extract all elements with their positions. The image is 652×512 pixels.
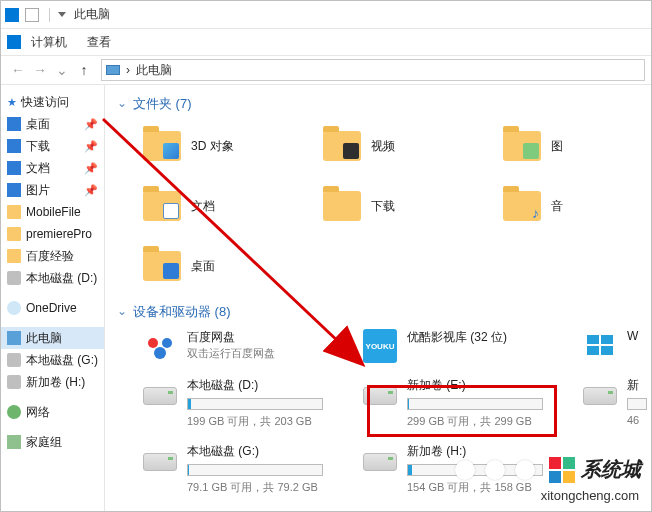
sidebar-label: 图片 xyxy=(26,182,50,199)
youku-icon: YOUKU xyxy=(363,329,397,363)
sidebar-homegroup[interactable]: 家庭组 xyxy=(1,431,104,453)
sidebar-item-downloads[interactable]: 下载 📌 xyxy=(1,135,104,157)
sidebar-item-mobilefile[interactable]: MobileFile xyxy=(1,201,104,223)
drive-w[interactable]: W xyxy=(553,329,647,363)
sidebar-label: OneDrive xyxy=(26,301,77,315)
drive-icon xyxy=(583,387,617,405)
drive-name: 百度网盘 xyxy=(187,329,275,346)
drive-icon xyxy=(7,375,21,389)
explorer-window: 此电脑 计算机 查看 ← → ⌄ ↑ › 此电脑 快速访问 桌面 📌 xyxy=(0,0,652,512)
sidebar-this-pc[interactable]: 此电脑 xyxy=(1,327,104,349)
qat-icon-2[interactable] xyxy=(25,8,39,22)
sidebar-label: 下载 xyxy=(26,138,50,155)
ribbon-tabs: 计算机 查看 xyxy=(1,29,651,55)
usage-bar xyxy=(187,464,323,476)
drive-name: 优酷影视库 (32 位) xyxy=(407,329,507,346)
drive-icon xyxy=(143,453,177,471)
network-icon xyxy=(7,405,21,419)
svg-rect-6 xyxy=(601,346,613,355)
folder-icon xyxy=(323,131,361,161)
content-pane: 文件夹 (7) 3D 对象 视频 图 文档 xyxy=(105,85,651,511)
watermark: 系统城 xyxy=(455,456,641,483)
drive-icon xyxy=(143,387,177,405)
window-title: 此电脑 xyxy=(74,6,110,23)
sidebar-label: 此电脑 xyxy=(26,330,62,347)
folder-3d-objects[interactable]: 3D 对象 xyxy=(113,121,283,171)
nav-pane: 快速访问 桌面 📌 下载 📌 文档 📌 图片 📌 xyxy=(1,85,105,511)
sidebar-item-pictures[interactable]: 图片 📌 xyxy=(1,179,104,201)
svg-point-2 xyxy=(154,347,166,359)
watermark-text: 系统城 xyxy=(581,456,641,483)
sidebar-item-disk-d[interactable]: 本地磁盘 (D:) xyxy=(1,267,104,289)
folder-label: 下载 xyxy=(371,198,395,215)
nav-up-button[interactable]: ↑ xyxy=(73,59,95,81)
sidebar-item-desktop[interactable]: 桌面 📌 xyxy=(1,113,104,135)
drive-name: 本地磁盘 (D:) xyxy=(187,377,323,394)
sidebar-item-baidujingyan[interactable]: 百度经验 xyxy=(1,245,104,267)
tab-computer[interactable]: 计算机 xyxy=(31,34,67,51)
drive-icon xyxy=(363,387,397,405)
sidebar-quick-access[interactable]: 快速访问 xyxy=(1,91,104,113)
sidebar-label: premierePro xyxy=(26,227,92,241)
qat-icon-1[interactable] xyxy=(5,8,19,22)
qat-separator xyxy=(49,8,50,22)
sidebar-item-documents[interactable]: 文档 📌 xyxy=(1,157,104,179)
address-bar[interactable]: › 此电脑 xyxy=(101,59,645,81)
pin-icon: 📌 xyxy=(84,162,98,175)
folder-desktop[interactable]: 桌面 xyxy=(113,241,283,291)
sidebar-label: 文档 xyxy=(26,160,50,177)
qat-dropdown-icon[interactable] xyxy=(56,10,66,20)
drive-youku[interactable]: YOUKU 优酷影视库 (32 位) xyxy=(333,329,543,363)
sidebar-item-premierepro[interactable]: premierePro xyxy=(1,223,104,245)
drive-sub: 双击运行百度网盘 xyxy=(187,346,275,361)
folder-label: 3D 对象 xyxy=(191,138,234,155)
folder-documents[interactable]: 文档 xyxy=(113,181,283,231)
drive-icon xyxy=(7,353,21,367)
cloud-icon xyxy=(7,301,21,315)
svg-point-0 xyxy=(148,338,158,348)
tab-view[interactable]: 查看 xyxy=(87,34,111,51)
nav-recent-dropdown[interactable]: ⌄ xyxy=(51,59,73,81)
sidebar-label: 百度经验 xyxy=(26,248,74,265)
drive-baidu-netdisk[interactable]: 百度网盘 双击运行百度网盘 xyxy=(113,329,323,363)
homegroup-icon xyxy=(7,435,21,449)
body: 快速访问 桌面 📌 下载 📌 文档 📌 图片 📌 xyxy=(1,85,651,511)
folder-videos[interactable]: 视频 xyxy=(293,121,463,171)
usage-bar xyxy=(627,398,647,410)
file-tab[interactable] xyxy=(7,35,21,49)
drive-sub: 199 GB 可用，共 203 GB xyxy=(187,414,323,429)
pin-icon: 📌 xyxy=(84,184,98,197)
drive-name: 新 xyxy=(627,377,647,394)
folders-grid: 3D 对象 视频 图 文档 下载 xyxy=(113,121,643,291)
drive-name: 新加卷 (E:) xyxy=(407,377,543,394)
folder-music[interactable]: 音 xyxy=(473,181,643,231)
folder-label: 文档 xyxy=(191,198,215,215)
downloads-icon xyxy=(7,139,21,153)
sidebar-drive-h[interactable]: 新加卷 (H:) xyxy=(1,371,104,393)
sidebar-label: 本地磁盘 (D:) xyxy=(26,270,97,287)
svg-point-1 xyxy=(162,338,172,348)
windows-icon xyxy=(583,329,617,363)
svg-rect-3 xyxy=(587,335,599,344)
section-header-drives[interactable]: 设备和驱动器 (8) xyxy=(117,303,643,321)
pin-icon: 📌 xyxy=(84,140,98,153)
drive-local-d[interactable]: 本地磁盘 (D:) 199 GB 可用，共 203 GB xyxy=(113,377,323,429)
drive-local-g[interactable]: 本地磁盘 (G:) 79.1 GB 可用，共 79.2 GB xyxy=(113,443,323,495)
sidebar-label: 新加卷 (H:) xyxy=(26,374,85,391)
documents-icon xyxy=(7,161,21,175)
folder-downloads[interactable]: 下载 xyxy=(293,181,463,231)
drive-new-e[interactable]: 新加卷 (E:) 299 GB 可用，共 299 GB xyxy=(333,377,543,429)
nav-back-button[interactable]: ← xyxy=(7,59,29,81)
sidebar-onedrive[interactable]: OneDrive xyxy=(1,297,104,319)
folder-pictures[interactable]: 图 xyxy=(473,121,643,171)
address-root[interactable]: 此电脑 xyxy=(136,62,172,79)
drive-sub: 46 xyxy=(627,414,647,426)
drive-sub: 299 GB 可用，共 299 GB xyxy=(407,414,543,429)
sidebar-drive-g[interactable]: 本地磁盘 (G:) xyxy=(1,349,104,371)
sidebar-network[interactable]: 网络 xyxy=(1,401,104,423)
drive-partial[interactable]: 新 46 xyxy=(553,377,647,429)
folder-icon xyxy=(323,191,361,221)
section-header-folders[interactable]: 文件夹 (7) xyxy=(117,95,643,113)
baidu-netdisk-icon xyxy=(143,329,177,363)
usage-bar xyxy=(407,398,543,410)
